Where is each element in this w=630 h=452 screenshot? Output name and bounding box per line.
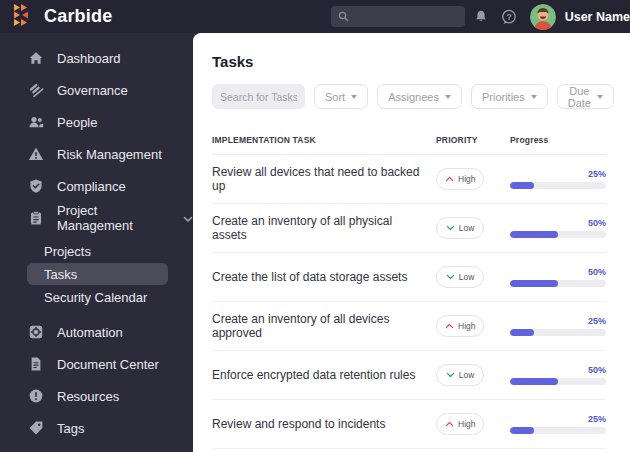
- priority-pill[interactable]: Low: [436, 266, 484, 288]
- sidebar-subitem-label: Security Calendar: [44, 290, 147, 305]
- sidebar: Dashboard Governance: [0, 33, 193, 452]
- task-search-input[interactable]: [212, 84, 305, 109]
- clipboard-icon: [28, 210, 44, 226]
- column-header-priority: PRIORITY: [436, 135, 510, 145]
- sidebar-item-governance[interactable]: Governance: [0, 74, 193, 106]
- progress-indicator: 25%: [510, 316, 606, 336]
- exclamation-circle-icon: [28, 388, 44, 404]
- priority-label: High: [458, 174, 475, 184]
- priority-label: Low: [459, 370, 475, 380]
- priority-label: High: [458, 321, 475, 331]
- sidebar-item-document-center[interactable]: Document Center: [0, 348, 193, 380]
- project-management-subnav: Projects Tasks Security Calendar: [0, 240, 193, 308]
- progress-indicator: 25%: [510, 414, 606, 434]
- topbar: Carbide ?: [0, 0, 630, 33]
- sidebar-item-label: Governance: [57, 83, 128, 98]
- sidebar-item-label: Project Management: [57, 203, 166, 233]
- progress-percent-label: 50%: [510, 365, 606, 375]
- table-row[interactable]: Create an inventory of all physical asse…: [212, 204, 606, 253]
- priority-pill[interactable]: Low: [436, 364, 484, 386]
- sidebar-item-label: Risk Management: [57, 147, 162, 162]
- priority-pill[interactable]: Low: [436, 217, 484, 239]
- progress-percent-label: 25%: [510, 169, 606, 179]
- table-row[interactable]: Enforce encrypted data retention rules L…: [212, 351, 606, 400]
- progress-bar-fill: [510, 231, 558, 238]
- due-date-dropdown[interactable]: Due Date: [557, 84, 614, 109]
- sidebar-item-compliance[interactable]: Compliance: [0, 170, 193, 202]
- caret-down-icon: [531, 95, 537, 99]
- bell-icon[interactable]: [474, 9, 488, 24]
- priority-label: High: [458, 419, 475, 429]
- priority-pill[interactable]: High: [436, 413, 484, 435]
- progress-bar-fill: [510, 378, 558, 385]
- table-row[interactable]: Create an inventory of all devices appro…: [212, 302, 606, 351]
- progress-percent-label: 25%: [510, 414, 606, 424]
- main-panel: Tasks Sort Assignees Priorities Due Date: [193, 33, 630, 452]
- gavel-icon: [28, 82, 44, 98]
- sidebar-subitem-tasks[interactable]: Tasks: [27, 263, 168, 285]
- priority-label: Low: [459, 272, 475, 282]
- task-name: Create an inventory of all devices appro…: [212, 312, 436, 340]
- warning-triangle-icon: [28, 146, 44, 162]
- sidebar-subitem-projects[interactable]: Projects: [27, 240, 168, 262]
- priority-chevron-icon: [445, 176, 454, 182]
- table-row[interactable]: Review all devices that need to backed u…: [212, 155, 606, 204]
- progress-indicator: 50%: [510, 267, 606, 287]
- priority-pill[interactable]: High: [436, 315, 484, 337]
- priority-chevron-icon: [446, 225, 455, 231]
- sidebar-item-project-management[interactable]: Project Management: [0, 202, 193, 234]
- help-icon[interactable]: ?: [500, 8, 518, 26]
- priority-pill[interactable]: High: [436, 168, 484, 190]
- user-avatar[interactable]: [530, 4, 556, 30]
- tasks-table: IMPLEMENTATION TASK PRIORITY Progress Re…: [212, 121, 606, 449]
- table-row[interactable]: Create the list of data storage assets L…: [212, 253, 606, 302]
- sidebar-item-people[interactable]: People: [0, 106, 193, 138]
- priority-label: Low: [459, 223, 475, 233]
- task-name: Enforce encrypted data retention rules: [212, 368, 436, 382]
- progress-percent-label: 50%: [510, 267, 606, 277]
- table-row[interactable]: Review and respond to incidents High 25%: [212, 400, 606, 449]
- progress-bar: [510, 280, 606, 287]
- progress-bar: [510, 427, 606, 434]
- carbide-triangles-icon: [14, 4, 36, 30]
- sidebar-subitem-label: Tasks: [44, 267, 77, 282]
- progress-percent-label: 50%: [510, 218, 606, 228]
- sidebar-item-automation[interactable]: Automation: [0, 316, 193, 348]
- sort-dropdown[interactable]: Sort: [314, 84, 368, 109]
- assignees-dropdown[interactable]: Assignees: [377, 84, 462, 109]
- filter-bar: Sort Assignees Priorities Due Date: [212, 84, 611, 109]
- sidebar-item-resources[interactable]: Resources: [0, 380, 193, 412]
- page-title: Tasks: [212, 53, 630, 70]
- task-name: Review all devices that need to backed u…: [212, 165, 436, 193]
- global-search[interactable]: [331, 6, 465, 27]
- progress-bar-fill: [510, 427, 534, 434]
- caret-down-icon: [351, 95, 357, 99]
- progress-bar: [510, 231, 606, 238]
- sidebar-item-label: Dashboard: [57, 51, 121, 66]
- tag-icon: [28, 420, 44, 436]
- search-icon: [338, 11, 349, 22]
- sidebar-subitem-security-calendar[interactable]: Security Calendar: [27, 286, 168, 308]
- assignees-dropdown-label: Assignees: [388, 91, 439, 103]
- progress-indicator: 50%: [510, 365, 606, 385]
- sidebar-item-risk-management[interactable]: Risk Management: [0, 138, 193, 170]
- document-icon: [28, 356, 44, 372]
- chevron-down-icon: [183, 211, 193, 226]
- sidebar-item-dashboard[interactable]: Dashboard: [0, 42, 193, 74]
- priority-chevron-icon: [445, 323, 454, 329]
- task-name: Create the list of data storage assets: [212, 270, 436, 284]
- automation-gear-icon: [28, 324, 44, 340]
- svg-text:?: ?: [506, 11, 511, 21]
- sidebar-item-label: Document Center: [57, 357, 159, 372]
- brand-logo[interactable]: Carbide: [0, 4, 184, 30]
- table-header-row: IMPLEMENTATION TASK PRIORITY Progress: [212, 121, 606, 155]
- priorities-dropdown[interactable]: Priorities: [471, 84, 548, 109]
- global-search-input[interactable]: [354, 11, 458, 23]
- progress-bar: [510, 378, 606, 385]
- app-window: Carbide ?: [0, 0, 630, 452]
- sort-dropdown-label: Sort: [325, 91, 345, 103]
- due-date-dropdown-label: Due Date: [568, 85, 591, 109]
- sidebar-item-label: Resources: [57, 389, 119, 404]
- user-name[interactable]: User Name: [565, 10, 630, 24]
- sidebar-item-tags[interactable]: Tags: [0, 412, 193, 444]
